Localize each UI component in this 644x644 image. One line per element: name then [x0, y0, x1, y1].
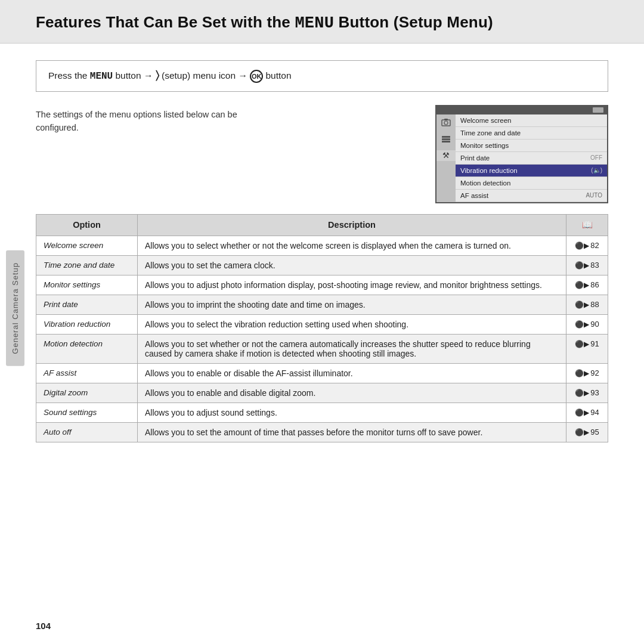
menu-item-afassist: AF assist AUTO [456, 190, 607, 202]
page-container: Features That Can Be Set with the MENU B… [0, 0, 644, 644]
ref-icon: ⚫▶86 [575, 280, 599, 289]
table-cell-option: Print date [36, 295, 138, 314]
menu-item-timezone: Time zone and date [456, 127, 607, 140]
table-cell-ref: ⚫▶93 [566, 383, 608, 402]
menu-item-printdate-label: Print date [460, 154, 490, 162]
table-row: Motion detectionAllows you to set whethe… [36, 334, 608, 363]
sidebar-label: General Camera Setup [6, 250, 24, 366]
ref-icon: ⚫▶82 [575, 241, 599, 250]
table-row: Print dateAllows you to imprint the shoo… [36, 295, 608, 314]
table-cell-description: Allows you to imprint the shooting date … [138, 295, 566, 314]
menu-item-welcome-label: Welcome screen [460, 117, 511, 124]
table-cell-description: Allows you to enable or disable the AF-a… [138, 363, 566, 383]
ref-icon: ⚫▶91 [575, 339, 599, 348]
svg-point-1 [444, 121, 448, 125]
table-row: AF assistAllows you to enable or disable… [36, 363, 608, 383]
table-cell-description: Allows you to adjust photo information d… [138, 275, 566, 295]
instruction-text: Press the MENU button → 〉 (setup) menu i… [48, 69, 596, 83]
main-content: Press the MENU button → 〉 (setup) menu i… [0, 44, 644, 442]
camera-menu-item-list: Welcome screen Time zone and date Monito… [456, 114, 607, 202]
table-row: Time zone and dateAllows you to set the … [36, 255, 608, 275]
table-cell-option: Time zone and date [36, 255, 138, 275]
table-cell-description: Allows you to enable and disable digital… [138, 383, 566, 402]
table-header-row: Option Description 📖 [36, 214, 608, 236]
table-cell-ref: ⚫▶91 [566, 334, 608, 363]
menu-item-printdate: Print date OFF [456, 152, 607, 165]
instruction-middle: button → [113, 70, 156, 80]
option-header-label: Option [73, 220, 101, 230]
ref-icon: ⚫▶88 [575, 300, 599, 309]
page-number-text: 104 [36, 621, 51, 631]
table-cell-option: Sound settings [36, 402, 138, 422]
title-suffix: Button (Setup Menu) [334, 13, 493, 31]
table-cell-ref: ⚫▶82 [566, 236, 608, 255]
table-cell-description: Allows you to set whether or not the cam… [138, 334, 566, 363]
camera-menu-icon-list: ⚒ [436, 114, 456, 202]
title-menu-word: MENU [295, 14, 334, 32]
menu-item-printdate-value: OFF [590, 154, 602, 161]
camera-menu-topbar [436, 106, 607, 114]
title-bar: Features That Can Be Set with the MENU B… [0, 0, 644, 44]
cam-icon-settings [440, 134, 452, 144]
table-row: Sound settingsAllows you to adjust sound… [36, 402, 608, 422]
table-row: Monitor settingsAllows you to adjust pho… [36, 275, 608, 295]
table-cell-ref: ⚫▶86 [566, 275, 608, 295]
page-number: 104 [36, 621, 51, 631]
svg-rect-4 [442, 138, 450, 140]
menu-item-vibration: Vibration reduction (🔈) [456, 165, 607, 177]
instruction-menu-word: MENU [90, 71, 113, 82]
table-cell-option: Monitor settings [36, 275, 138, 295]
table-row: Vibration reductionAllows you to select … [36, 314, 608, 334]
menu-item-welcome: Welcome screen [456, 114, 607, 127]
col-header-ref: 📖 [566, 214, 608, 236]
table-cell-description: Allows you to select whether or not the … [138, 236, 566, 255]
description-text: The settings of the menu options listed … [36, 105, 239, 135]
table-cell-ref: ⚫▶95 [566, 422, 608, 442]
instruction-box: Press the MENU button → 〉 (setup) menu i… [36, 60, 608, 92]
battery-icon [593, 107, 603, 113]
camera-menu-body: ⚒ Welcome screen Time zone and date Moni… [436, 114, 607, 202]
table-cell-ref: ⚫▶92 [566, 363, 608, 383]
cam-icon-camera [440, 117, 452, 128]
svg-rect-2 [444, 119, 448, 120]
menu-item-vibration-label: Vibration reduction [460, 167, 518, 174]
table-cell-ref: ⚫▶90 [566, 314, 608, 334]
table-row: Welcome screenAllows you to select wheth… [36, 236, 608, 255]
table-row: Auto offAllows you to set the amount of … [36, 422, 608, 442]
cam-icon-wrench: ⚒ [436, 150, 456, 161]
table-cell-description: Allows you to set the amount of time tha… [138, 422, 566, 442]
instruction-middle2: (setup) menu icon → [159, 70, 250, 80]
table-cell-option: Digital zoom [36, 383, 138, 402]
sidebar-label-text: General Camera Setup [11, 262, 20, 354]
instruction-suffix: button [263, 70, 291, 80]
col-header-option: Option [36, 214, 138, 236]
table-cell-description: Allows you to select the vibration reduc… [138, 314, 566, 334]
table-cell-ref: ⚫▶83 [566, 255, 608, 275]
table-cell-option: AF assist [36, 363, 138, 383]
menu-item-afassist-value: AUTO [586, 192, 602, 199]
features-table: Option Description 📖 Welcome screenAllow… [36, 214, 608, 442]
table-cell-option: Welcome screen [36, 236, 138, 255]
description-header-label: Description [328, 220, 376, 230]
ref-icon: ⚫▶92 [575, 369, 599, 377]
desc-area: The settings of the menu options listed … [36, 105, 608, 203]
table-cell-option: Vibration reduction [36, 314, 138, 334]
menu-item-monitor: Monitor settings [456, 140, 607, 152]
menu-item-timezone-label: Time zone and date [460, 129, 521, 137]
table-cell-ref: ⚫▶94 [566, 402, 608, 422]
ref-icon: ⚫▶93 [575, 388, 599, 397]
ref-icon: ⚫▶83 [575, 261, 599, 270]
ref-icon: ⚫▶95 [575, 428, 599, 436]
table-cell-ref: ⚫▶88 [566, 295, 608, 314]
svg-rect-5 [442, 141, 450, 143]
svg-rect-3 [442, 136, 450, 138]
ok-button-icon: OK [250, 70, 263, 83]
table-cell-option: Motion detection [36, 334, 138, 363]
camera-menu-screenshot: ⚒ Welcome screen Time zone and date Moni… [435, 105, 608, 203]
instruction-prefix: Press the [48, 70, 90, 80]
page-title: Features That Can Be Set with the MENU B… [36, 13, 608, 32]
table-cell-option: Auto off [36, 422, 138, 442]
col-header-description: Description [138, 214, 566, 236]
ref-icon: ⚫▶90 [575, 320, 599, 329]
table-cell-description: Allows you to set the camera clock. [138, 255, 566, 275]
